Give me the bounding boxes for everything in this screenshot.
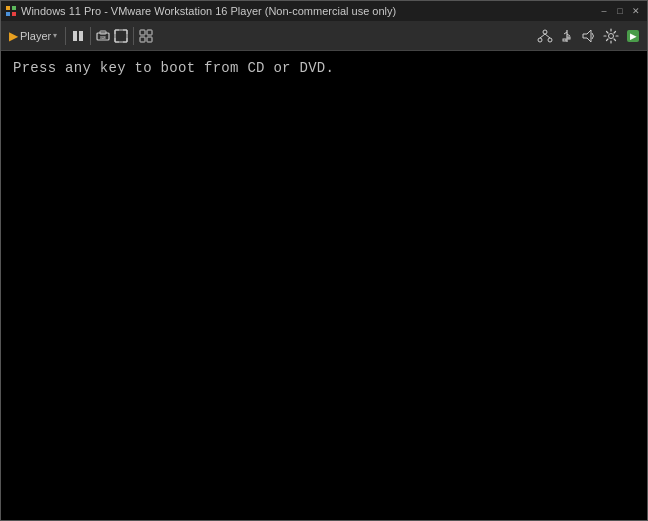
svg-rect-12 xyxy=(140,37,145,42)
player-menu[interactable]: ▶ Player ▾ xyxy=(5,27,61,45)
svg-text:▶: ▶ xyxy=(630,32,637,41)
svg-rect-1 xyxy=(12,6,16,10)
power-status-icon[interactable]: ▶ xyxy=(623,26,643,46)
svg-rect-11 xyxy=(147,30,152,35)
svg-rect-3 xyxy=(12,12,16,16)
svg-line-17 xyxy=(540,34,545,38)
vmware-window: Windows 11 Pro - VMware Workstation 16 P… xyxy=(0,0,648,521)
vmware-icon xyxy=(5,5,17,17)
player-dropdown-arrow: ▾ xyxy=(53,31,57,40)
toolbar: ▶ Player ▾ ⌨ xyxy=(1,21,647,51)
pause-button[interactable] xyxy=(70,28,86,44)
fullscreen-button[interactable] xyxy=(113,28,129,44)
svg-rect-10 xyxy=(140,30,145,35)
svg-rect-0 xyxy=(6,6,10,10)
title-bar: Windows 11 Pro - VMware Workstation 16 P… xyxy=(1,1,647,21)
svg-text:⌨: ⌨ xyxy=(100,35,106,40)
svg-point-14 xyxy=(543,30,547,34)
send-ctrl-alt-del-button[interactable]: ⌨ xyxy=(95,28,111,44)
toolbar-separator-2 xyxy=(90,27,91,45)
svg-rect-4 xyxy=(73,31,77,41)
boot-message: Press any key to boot from CD or DVD. xyxy=(13,59,334,79)
toolbar-right: ▶ xyxy=(535,26,643,46)
svg-rect-5 xyxy=(79,31,83,41)
svg-point-15 xyxy=(538,38,542,42)
toolbar-separator-1 xyxy=(65,27,66,45)
svg-point-16 xyxy=(548,38,552,42)
svg-rect-9 xyxy=(115,30,127,42)
unity-button[interactable] xyxy=(138,28,154,44)
svg-rect-23 xyxy=(568,37,570,39)
toolbar-separator-3 xyxy=(133,27,134,45)
close-button[interactable]: ✕ xyxy=(629,4,643,18)
title-bar-left: Windows 11 Pro - VMware Workstation 16 P… xyxy=(5,5,396,17)
audio-icon[interactable] xyxy=(579,26,599,46)
vm-screen[interactable]: Press any key to boot from CD or DVD. xyxy=(1,51,647,520)
network-icon[interactable] xyxy=(535,26,555,46)
svg-line-18 xyxy=(545,34,550,38)
svg-point-25 xyxy=(609,33,614,38)
svg-marker-24 xyxy=(583,30,591,42)
player-icon: ▶ xyxy=(9,29,18,43)
title-bar-controls: – □ ✕ xyxy=(597,4,643,18)
settings-icon[interactable] xyxy=(601,26,621,46)
svg-rect-22 xyxy=(563,39,566,41)
usb-icon[interactable] xyxy=(557,26,577,46)
maximize-button[interactable]: □ xyxy=(613,4,627,18)
minimize-button[interactable]: – xyxy=(597,4,611,18)
svg-rect-13 xyxy=(147,37,152,42)
svg-rect-2 xyxy=(6,12,10,16)
player-label: Player xyxy=(20,30,51,42)
window-title: Windows 11 Pro - VMware Workstation 16 P… xyxy=(21,5,396,17)
